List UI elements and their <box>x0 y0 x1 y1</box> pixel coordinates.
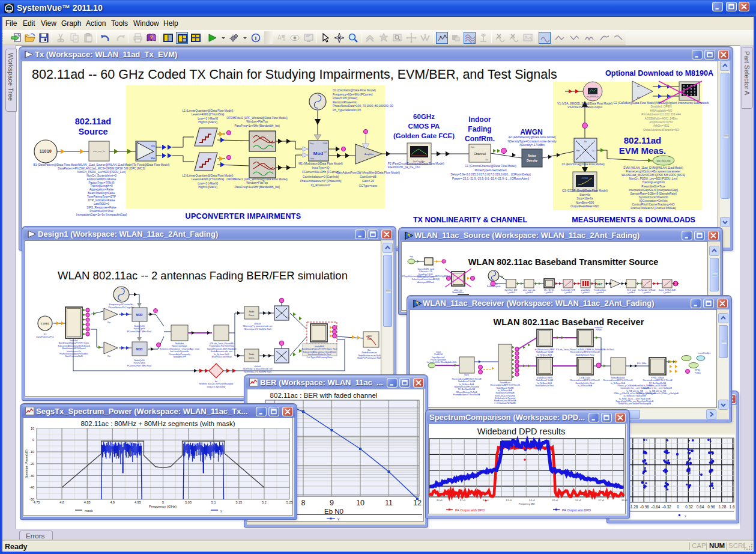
svg-text:Window=FlatTop: Window=FlatTop <box>246 181 268 184</box>
svg-text:8.6 e9: 8.6 e9 <box>575 499 581 502</box>
svg-text:ModelType=UserDefined: ModelType=UserDefined <box>475 169 507 172</box>
svg-text:High=3 [MaxV]: High=3 [MaxV] <box>198 186 217 189</box>
svg-text:FramingDiv-FwrTimr Real: FramingDiv-FwrTimr Real <box>210 345 234 347</box>
svg-text:Power=-23.1,-21.9,-15.9,-0.6,-: Power=-23.1,-21.9,-15.9,-0.6,-15.4,-21.9… <box>452 177 529 180</box>
svg-text:0.64: 0.64 <box>697 505 704 509</box>
svg-text:InterpacketGap=2e-6 [Interpack: InterpacketGap=2e-6 [InterpacketGap] <box>629 189 678 192</box>
svg-text:t_yield=0: t_yield=0 <box>643 291 651 294</box>
svg-text:Stop=10e-6s: Stop=10e-6s <box>576 197 593 200</box>
svg-text:C3 (CCDF_Env@Data Flow Model): C3 (CCDF_Env@Data Flow Model) <box>562 189 608 192</box>
svg-text:WLAN 802.11ac Baseband Receive: WLAN 802.11ac Baseband Receiver <box>493 317 644 327</box>
svg-text:Gain=-20: Gain=-20 <box>362 180 374 183</box>
svg-text:Taps: Taps <box>471 146 475 148</box>
svg-text:NodeSNR=c: NodeSNR=c <box>452 291 464 294</box>
svg-text:GainAdjustFrom1W (Amplifier@Da: GainAdjustFrom1W (Amplifier@Data Flow Mo… <box>336 171 400 174</box>
svg-text:10: 10 <box>356 499 364 507</box>
svg-text:InputQ yield: InputQ yield <box>133 327 145 330</box>
svg-text:4.8: 4.8 <box>59 501 64 504</box>
svg-text:PrimAddress=111.222.333.444: PrimAddress=111.222.333.444 <box>641 113 681 116</box>
svg-text:-20: -20 <box>29 462 34 466</box>
svg-text:Window=FlatTop: Window=FlatTop <box>246 120 268 123</box>
svg-text:TrainingLength=0: TrainingLength=0 <box>90 184 113 187</box>
svg-text:NumBins=500: NumBins=500 <box>576 201 594 204</box>
svg-text:8.5 e9: 8.5 e9 <box>552 499 558 502</box>
svg-text:MEASUREMENTS & DOWNLOADS: MEASUREMENTS & DOWNLOADS <box>572 216 695 224</box>
svg-text:Node3o7: Node3o7 <box>70 339 79 342</box>
svg-text:Power=1W [Power]: Power=1W [Power] <box>333 97 357 100</box>
svg-text:EVM (WLAN_11ad_EVM@WLAN 11ad M: EVM (WLAN_11ad_EVM@WLAN 11ad Model) <box>623 166 683 169</box>
svg-text:60GHz: 60GHz <box>413 113 435 120</box>
svg-text:A: A <box>277 34 282 41</box>
svg-text:t_yield=0: t_yield=0 <box>663 291 671 294</box>
svg-text:11: 11 <box>385 499 393 507</box>
svg-text:Im: Im <box>151 144 156 148</box>
svg-text:Aggregation=False: Aggregation=False <box>89 188 114 191</box>
svg-text:NodeSpSel=In Real: NodeSpSel=In Real <box>576 354 594 356</box>
svg-text:NrtWrite SaLa-b_NrPDsDemangled: NrtWrite SaLa-b_NrPDsDemangled <box>199 383 234 385</box>
svg-text:-10: -10 <box>29 450 34 454</box>
svg-text:ArbOn=YES: ArbOn=YES <box>653 124 669 127</box>
svg-text:t_yield=0: t_yield=0 <box>596 291 604 294</box>
svg-text:NDensity=-174 NaN/Hz NaN: NDensity=-174 NaN/Hz NaN <box>244 328 271 330</box>
svg-text:WLAN 802.11ac -- 2 antennas Fa: WLAN 802.11ac -- 2 antennas Fading BER/F… <box>58 269 348 282</box>
svg-text:Density: Density <box>527 159 537 162</box>
svg-text:PreambleOn=True: PreambleOn=True <box>89 210 113 213</box>
svg-text:NPNs: NPNs <box>695 369 700 371</box>
svg-text:-1.28: -1.28 <box>629 505 638 509</box>
svg-text:FCarrier=60e+9Hz [FCarrier]: FCarrier=60e+9Hz [FCarrier] <box>302 171 339 174</box>
svg-text:NonCrt_Scrambleinit=0: NonCrt_Scrambleinit=0 <box>86 174 116 177</box>
svg-text:FrameLengthOption=By system pa: FrameLengthOption=By system parameter <box>626 170 681 173</box>
svg-text:Low=-3 [-MaxV]: Low=-3 [-MaxV] <box>198 182 218 185</box>
svg-text:Noise: Noise <box>528 154 536 157</box>
svg-text:8.4 e9: 8.4 e9 <box>529 499 535 502</box>
svg-text:Iso-LevelsPyramids: Iso-LevelsPyramids <box>170 350 189 353</box>
svg-text:-0.96: -0.96 <box>640 505 649 509</box>
svg-text:Low=-3 [-MaxV]: Low=-3 [-MaxV] <box>198 117 218 120</box>
svg-text:Wideband DPD results: Wideband DPD results <box>477 427 566 436</box>
svg-text:NDensity=-174dBm: NDensity=-174dBm <box>519 144 545 147</box>
svg-text:OUT: OUT <box>324 151 327 153</box>
svg-text:fa_NrNe=v BvB: fa_NrNe=v BvB <box>611 382 626 385</box>
svg-text:4.9: 4.9 <box>110 501 115 504</box>
svg-text:L1 (LinearQuantizer@Data Flow: L1 (LinearQuantizer@Data Flow Model) <box>183 109 234 112</box>
svg-text:EVM Meas.: EVM Meas. <box>619 145 666 156</box>
svg-text:SubcarrierAllocation=J GuardS: SubcarrierAllocation=J GuardState <box>303 351 336 353</box>
svg-text:?: ? <box>150 34 153 40</box>
svg-text:Spectrum, Power(dB): Spectrum, Power(dB) <box>25 449 28 478</box>
svg-text:SignalPhase=In-WiFi Rigidball: SignalPhase=In-WiFi Rigidball <box>207 348 237 350</box>
svg-text:Levels=4096 [2^NumBits]: Levels=4096 [2^NumBits] <box>192 178 224 181</box>
svg-text:Out Type=ReFramingState: Out Type=ReFramingState <box>307 356 333 359</box>
svg-text:wrp: wrp <box>410 255 413 258</box>
svg-text:IQ_Rotation=0°: IQ_Rotation=0° <box>311 184 331 187</box>
svg-text:InputQ yield: InputQ yield <box>133 362 145 364</box>
svg-text:11010: 11010 <box>40 149 52 153</box>
svg-text:InterleaverState=In Real: InterleaverState=In Real <box>308 353 331 356</box>
svg-text:9: 9 <box>330 499 334 507</box>
svg-text:Disabled: OPEN: Disabled: OPEN <box>651 105 672 108</box>
svg-text:y: y <box>220 509 222 513</box>
svg-text:conv2 liteBps: conv2 liteBps <box>698 352 710 355</box>
svg-text:PhaseNoiseData=100,-70;1000,-8: PhaseNoiseData=100,-70;1000,-80;100000,-… <box>333 105 393 108</box>
svg-text:output in-SynSalltyr: output in-SynSalltyr <box>207 386 226 388</box>
svg-text:t_yield=0: t_yield=0 <box>507 291 515 294</box>
svg-text:8.8 e9: 8.8 e9 <box>621 499 627 502</box>
svg-text:12: 12 <box>413 499 422 507</box>
svg-text:Ca: Ca <box>287 317 289 319</box>
svg-text:Delay=5.9e-3,0.015,0.017,0.017: Delay=5.9e-3,0.015,0.017,0.017,0.019,0.0… <box>451 173 531 176</box>
svg-text:PhaseNoise=Ph Degs/Hz: PhaseNoise=Ph Degs/Hz <box>109 306 135 309</box>
svg-text:SymbolClockOffset=00: SymbolClockOffset=00 <box>639 196 668 199</box>
svg-text:-30: -30 <box>29 474 34 478</box>
svg-text:UPCONVERTER IMPAIRMENTS: UPCONVERTER IMPAIRMENTS <box>186 212 301 221</box>
svg-text:y: y <box>685 514 686 517</box>
svg-text:CCDF: CCDF <box>581 177 588 180</box>
svg-text:AutoInputSNR=all: AutoInputSNR=all <box>417 281 434 284</box>
svg-text:SubcarrierAllocation=MCS-Based: SubcarrierAllocation=MCS-Based <box>58 345 90 347</box>
svg-text:NodeAnt=max wb. anti: NodeAnt=max wb. anti <box>211 350 232 353</box>
svg-text:mask: mask <box>85 509 92 513</box>
svg-text:Amplitude=0.675V: Amplitude=0.675V <box>649 121 673 124</box>
svg-text:WLAN 802.11ac Baseband Transmi: WLAN 802.11ac Baseband Transmitter Sourc… <box>468 257 659 267</box>
svg-text:ReferenceImpedance / yCarrierA: ReferenceImpedance / yCarrierApp. state <box>160 348 199 350</box>
svg-text:-0.32: -0.32 <box>662 505 671 509</box>
svg-text:C2 (CaToBer@Data Flow Model): C2 (CaToBer@Data Flow Model) M8190@Agile… <box>614 102 709 105</box>
svg-text:fa_NrNe=v BvB: fa_NrNe=v BvB <box>578 385 593 387</box>
